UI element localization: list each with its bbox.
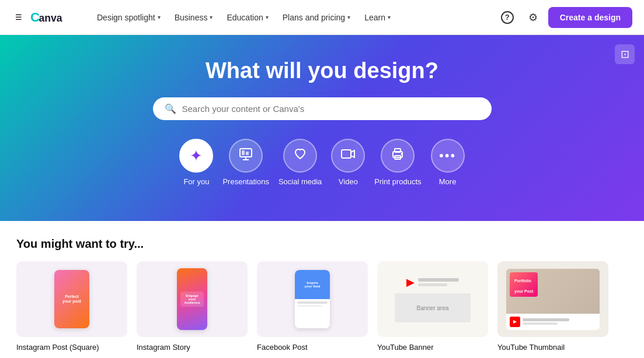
phone-mockup-3: Inspireyour feed (295, 270, 330, 328)
svg-text:anva: anva (39, 12, 62, 24)
logo: C anva (30, 10, 77, 25)
navbar-left: ☰ C anva Design spotlight ▾ Business ▾ E… (12, 9, 396, 26)
nav-design-spotlight[interactable]: Design spotlight ▾ (91, 9, 166, 26)
chevron-icon: ▾ (158, 14, 161, 20)
phone-mockup-1: Perfectyour post (54, 270, 89, 328)
phone-mockup-2: Engage your Audience (177, 268, 207, 330)
card-thumb-instagram-post-square: Perfectyour post (16, 261, 127, 337)
more-icon-circle: ••• (431, 139, 465, 173)
gear-icon: ⚙ (528, 11, 538, 24)
youtube-icon: ▶ (406, 276, 415, 289)
search-input[interactable] (182, 104, 480, 114)
print-icon (390, 146, 405, 165)
video-icon-circle (331, 139, 365, 173)
card-thumb-youtube-thumbnail: Portfolioyour Post ▶ (497, 261, 608, 337)
canva-logo-svg: C anva (30, 10, 77, 25)
nav-education[interactable]: Education ▾ (221, 9, 274, 26)
crop-icon: ⊡ (621, 48, 629, 61)
hamburger-button[interactable]: ☰ (12, 9, 26, 25)
presentations-icon-circle (229, 139, 263, 173)
card-label-instagram-story: Instagram Story (137, 343, 190, 352)
category-presentations[interactable]: Presentations (222, 139, 269, 186)
card-instagram-post-square[interactable]: Perfectyour post Instagram Post (Square) (16, 261, 127, 352)
navbar: ☰ C anva Design spotlight ▾ Business ▾ E… (0, 0, 644, 35)
category-print-products[interactable]: Print products (374, 139, 421, 186)
hero-corner-button[interactable]: ⊡ (615, 44, 635, 64)
phone-screen-3-bottom (295, 299, 330, 328)
card-label-youtube-banner: YouTube Banner (377, 343, 434, 352)
phone-screen: Perfectyour post (54, 270, 89, 328)
sparkle-icon: ✦ (190, 147, 203, 165)
svg-rect-6 (246, 152, 249, 155)
help-icon: ? (501, 11, 514, 24)
card-thumb-facebook-post: Inspireyour feed (257, 261, 368, 337)
yt-thumb-mockup: Portfolioyour Post ▶ (506, 269, 600, 330)
hero-section: ⊡ What will you design? 🔍 ✦ For you (0, 35, 644, 221)
navbar-right: ? ⚙ Create a design (497, 7, 632, 28)
chevron-icon: ▾ (266, 14, 269, 20)
search-bar: 🔍 (153, 97, 492, 120)
search-icon: 🔍 (165, 103, 176, 114)
help-button[interactable]: ? (497, 7, 518, 28)
yt-banner-mockup: ▶ Banner area (388, 272, 478, 327)
card-youtube-thumbnail[interactable]: Portfolioyour Post ▶ YouTube Thumbna (497, 261, 608, 352)
for-you-icon-circle: ✦ (179, 139, 213, 173)
category-social-media[interactable]: Social media (279, 139, 322, 186)
section-title: You might want to try... (16, 237, 628, 251)
card-label-facebook-post: Facebook Post (257, 343, 308, 352)
card-label-instagram-post-square: Instagram Post (Square) (16, 343, 99, 352)
chevron-icon: ▾ (210, 14, 213, 20)
svg-point-11 (401, 153, 403, 155)
category-video[interactable]: Video (331, 139, 365, 186)
print-icon-circle (381, 139, 415, 173)
chevron-icon: ▾ (388, 14, 391, 20)
category-for-you[interactable]: ✦ For you (179, 139, 213, 186)
svg-rect-5 (242, 150, 245, 155)
phone-screen-2: Engage your Audience (177, 268, 207, 330)
card-thumb-instagram-story: Engage your Audience (137, 261, 248, 337)
heart-icon (293, 146, 308, 165)
card-youtube-banner[interactable]: ▶ Banner area YouTube Banner (377, 261, 488, 352)
category-icons: ✦ For you Presentations (12, 139, 632, 186)
category-more[interactable]: ••• More (431, 139, 465, 186)
create-design-button[interactable]: Create a design (548, 7, 632, 28)
nav-learn[interactable]: Learn ▾ (358, 9, 396, 26)
nav-business[interactable]: Business ▾ (169, 9, 219, 26)
more-dots-icon: ••• (439, 148, 456, 163)
card-facebook-post[interactable]: Inspireyour feed Facebook Post (257, 261, 368, 352)
hamburger-icon: ☰ (15, 13, 22, 22)
chevron-icon: ▾ (347, 14, 350, 20)
nav-plans-pricing[interactable]: Plans and pricing ▾ (277, 9, 356, 26)
cards-grid: Perfectyour post Instagram Post (Square)… (16, 261, 628, 352)
card-label-youtube-thumbnail: YouTube Thumbnail (497, 343, 565, 352)
social-media-icon-circle (283, 139, 317, 173)
hero-title: What will you design? (12, 58, 632, 83)
presentation-icon (238, 146, 253, 165)
card-instagram-story[interactable]: Engage your Audience Instagram Story (137, 261, 248, 352)
video-icon (340, 146, 356, 165)
svg-rect-7 (342, 150, 351, 158)
settings-button[interactable]: ⚙ (523, 7, 544, 28)
main-content: You might want to try... Perfectyour pos… (0, 221, 644, 358)
svg-rect-9 (395, 149, 401, 152)
nav-links: Design spotlight ▾ Business ▾ Education … (91, 9, 396, 26)
card-thumb-youtube-banner: ▶ Banner area (377, 261, 488, 337)
phone-screen-3-top: Inspireyour feed (295, 270, 330, 299)
